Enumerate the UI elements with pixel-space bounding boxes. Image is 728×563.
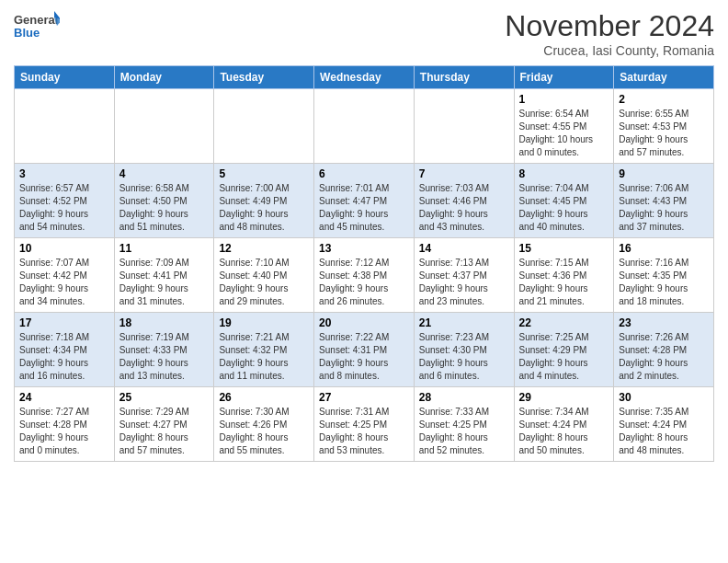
day-info: Sunrise: 7:27 AM Sunset: 4:28 PM Dayligh… [19, 406, 109, 457]
svg-text:General: General [14, 13, 58, 27]
calendar-table: SundayMondayTuesdayWednesdayThursdayFrid… [14, 65, 714, 462]
weekday-header-friday: Friday [514, 66, 614, 89]
calendar-day-cell: 12Sunrise: 7:10 AM Sunset: 4:40 PM Dayli… [214, 238, 314, 313]
day-info: Sunrise: 7:13 AM Sunset: 4:37 PM Dayligh… [419, 257, 509, 308]
day-number: 6 [319, 167, 409, 180]
day-info: Sunrise: 7:18 AM Sunset: 4:34 PM Dayligh… [19, 331, 109, 383]
day-number: 21 [419, 316, 509, 329]
day-number: 25 [119, 391, 210, 404]
day-number: 2 [619, 93, 709, 106]
logo: General Blue [14, 9, 60, 46]
day-number: 11 [119, 242, 210, 255]
weekday-header-tuesday: Tuesday [214, 66, 314, 89]
calendar-day-cell: 6Sunrise: 7:01 AM Sunset: 4:47 PM Daylig… [314, 164, 415, 238]
calendar-day-cell: 10Sunrise: 7:07 AM Sunset: 4:42 PM Dayli… [15, 238, 115, 313]
header: General Blue November 2024 Crucea, Iasi … [14, 9, 714, 58]
empty-cell [214, 89, 314, 164]
calendar-week-row: 10Sunrise: 7:07 AM Sunset: 4:42 PM Dayli… [15, 238, 714, 313]
day-info: Sunrise: 7:35 AM Sunset: 4:24 PM Dayligh… [619, 406, 709, 457]
day-number: 5 [219, 167, 309, 180]
page: General Blue November 2024 Crucea, Iasi … [0, 0, 728, 563]
day-info: Sunrise: 7:06 AM Sunset: 4:43 PM Dayligh… [619, 182, 709, 234]
day-number: 10 [19, 242, 109, 255]
day-number: 27 [319, 391, 409, 404]
day-info: Sunrise: 7:09 AM Sunset: 4:41 PM Dayligh… [119, 257, 210, 308]
day-number: 7 [419, 167, 509, 180]
day-info: Sunrise: 7:31 AM Sunset: 4:25 PM Dayligh… [319, 406, 409, 457]
calendar-day-cell: 23Sunrise: 7:26 AM Sunset: 4:28 PM Dayli… [614, 313, 714, 387]
calendar-day-cell: 17Sunrise: 7:18 AM Sunset: 4:34 PM Dayli… [15, 313, 115, 387]
svg-text:Blue: Blue [14, 26, 40, 40]
calendar-day-cell: 29Sunrise: 7:34 AM Sunset: 4:24 PM Dayli… [514, 387, 614, 462]
calendar-week-row: 3Sunrise: 6:57 AM Sunset: 4:52 PM Daylig… [15, 164, 714, 238]
day-number: 28 [419, 391, 509, 404]
day-info: Sunrise: 7:29 AM Sunset: 4:27 PM Dayligh… [119, 406, 210, 457]
day-number: 13 [319, 242, 409, 255]
calendar-day-cell: 20Sunrise: 7:22 AM Sunset: 4:31 PM Dayli… [314, 313, 415, 387]
day-info: Sunrise: 7:01 AM Sunset: 4:47 PM Dayligh… [319, 182, 409, 234]
empty-cell [114, 89, 214, 164]
calendar-day-cell: 22Sunrise: 7:25 AM Sunset: 4:29 PM Dayli… [514, 313, 614, 387]
day-number: 18 [119, 316, 210, 329]
day-info: Sunrise: 7:25 AM Sunset: 4:29 PM Dayligh… [519, 331, 609, 383]
day-info: Sunrise: 6:58 AM Sunset: 4:50 PM Dayligh… [119, 182, 210, 234]
calendar-day-cell: 4Sunrise: 6:58 AM Sunset: 4:50 PM Daylig… [114, 164, 214, 238]
calendar-day-cell: 15Sunrise: 7:15 AM Sunset: 4:36 PM Dayli… [514, 238, 614, 313]
weekday-header-thursday: Thursday [414, 66, 514, 89]
day-number: 3 [19, 167, 109, 180]
calendar-day-cell: 11Sunrise: 7:09 AM Sunset: 4:41 PM Dayli… [114, 238, 214, 313]
calendar-week-row: 1Sunrise: 6:54 AM Sunset: 4:55 PM Daylig… [15, 89, 714, 164]
calendar-week-row: 24Sunrise: 7:27 AM Sunset: 4:28 PM Dayli… [15, 387, 714, 462]
day-number: 17 [19, 316, 109, 329]
calendar-day-cell: 18Sunrise: 7:19 AM Sunset: 4:33 PM Dayli… [114, 313, 214, 387]
title-block: November 2024 Crucea, Iasi County, Roman… [505, 9, 714, 58]
empty-cell [414, 89, 514, 164]
day-number: 26 [219, 391, 309, 404]
day-number: 9 [619, 167, 709, 180]
day-number: 16 [619, 242, 709, 255]
day-info: Sunrise: 7:00 AM Sunset: 4:49 PM Dayligh… [219, 182, 309, 234]
day-number: 15 [519, 242, 609, 255]
calendar-day-cell: 30Sunrise: 7:35 AM Sunset: 4:24 PM Dayli… [614, 387, 714, 462]
day-info: Sunrise: 7:19 AM Sunset: 4:33 PM Dayligh… [119, 331, 210, 383]
day-number: 1 [519, 93, 609, 106]
calendar-day-cell: 7Sunrise: 7:03 AM Sunset: 4:46 PM Daylig… [414, 164, 514, 238]
calendar-day-cell: 27Sunrise: 7:31 AM Sunset: 4:25 PM Dayli… [314, 387, 415, 462]
day-info: Sunrise: 7:07 AM Sunset: 4:42 PM Dayligh… [19, 257, 109, 308]
day-info: Sunrise: 7:22 AM Sunset: 4:31 PM Dayligh… [319, 331, 409, 383]
calendar-header-row: SundayMondayTuesdayWednesdayThursdayFrid… [15, 66, 714, 89]
calendar-day-cell: 25Sunrise: 7:29 AM Sunset: 4:27 PM Dayli… [114, 387, 214, 462]
day-info: Sunrise: 7:30 AM Sunset: 4:26 PM Dayligh… [219, 406, 309, 457]
weekday-header-saturday: Saturday [614, 66, 714, 89]
day-info: Sunrise: 7:23 AM Sunset: 4:30 PM Dayligh… [419, 331, 509, 383]
weekday-header-monday: Monday [114, 66, 214, 89]
weekday-header-sunday: Sunday [15, 66, 115, 89]
logo-svg: General Blue [14, 9, 60, 46]
day-info: Sunrise: 7:21 AM Sunset: 4:32 PM Dayligh… [219, 331, 309, 383]
day-info: Sunrise: 7:26 AM Sunset: 4:28 PM Dayligh… [619, 331, 709, 383]
subtitle: Crucea, Iasi County, Romania [505, 43, 714, 58]
day-info: Sunrise: 6:55 AM Sunset: 4:53 PM Dayligh… [619, 108, 709, 159]
calendar-day-cell: 5Sunrise: 7:00 AM Sunset: 4:49 PM Daylig… [214, 164, 314, 238]
day-info: Sunrise: 6:57 AM Sunset: 4:52 PM Dayligh… [19, 182, 109, 234]
day-info: Sunrise: 7:15 AM Sunset: 4:36 PM Dayligh… [519, 257, 609, 308]
calendar-day-cell: 13Sunrise: 7:12 AM Sunset: 4:38 PM Dayli… [314, 238, 415, 313]
calendar-day-cell: 1Sunrise: 6:54 AM Sunset: 4:55 PM Daylig… [514, 89, 614, 164]
calendar-day-cell: 24Sunrise: 7:27 AM Sunset: 4:28 PM Dayli… [15, 387, 115, 462]
calendar-day-cell: 9Sunrise: 7:06 AM Sunset: 4:43 PM Daylig… [614, 164, 714, 238]
weekday-header-wednesday: Wednesday [314, 66, 415, 89]
calendar-day-cell: 19Sunrise: 7:21 AM Sunset: 4:32 PM Dayli… [214, 313, 314, 387]
day-number: 14 [419, 242, 509, 255]
day-number: 4 [119, 167, 210, 180]
day-info: Sunrise: 6:54 AM Sunset: 4:55 PM Dayligh… [519, 108, 609, 159]
empty-cell [314, 89, 415, 164]
month-title: November 2024 [505, 9, 714, 43]
day-info: Sunrise: 7:03 AM Sunset: 4:46 PM Dayligh… [419, 182, 509, 234]
day-info: Sunrise: 7:33 AM Sunset: 4:25 PM Dayligh… [419, 406, 509, 457]
day-number: 8 [519, 167, 609, 180]
day-number: 23 [619, 316, 709, 329]
calendar-day-cell: 14Sunrise: 7:13 AM Sunset: 4:37 PM Dayli… [414, 238, 514, 313]
calendar-day-cell: 2Sunrise: 6:55 AM Sunset: 4:53 PM Daylig… [614, 89, 714, 164]
day-number: 29 [519, 391, 609, 404]
day-info: Sunrise: 7:34 AM Sunset: 4:24 PM Dayligh… [519, 406, 609, 457]
